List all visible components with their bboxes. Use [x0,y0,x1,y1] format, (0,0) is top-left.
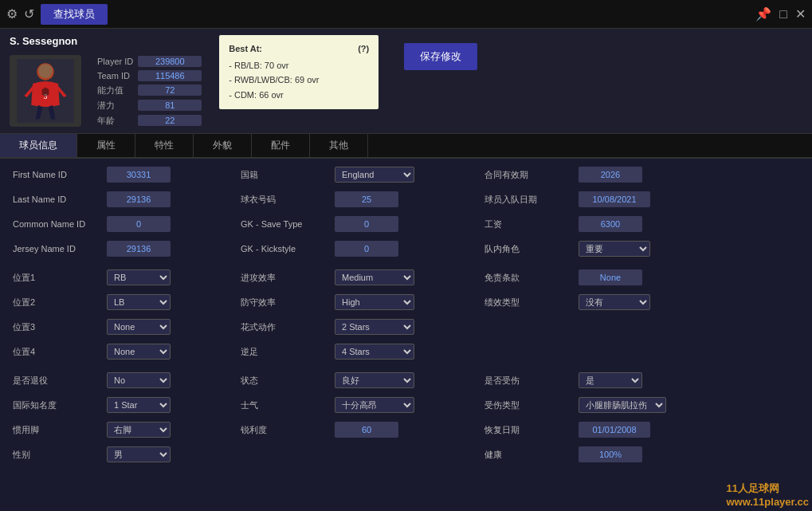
skills-select[interactable]: 1 Star2 Stars3 Stars [335,319,414,335]
release-clause-row: 免责条款 [484,269,799,285]
tab-player-info[interactable]: 球员信息 [0,134,77,157]
gk-save-input[interactable] [335,216,398,232]
wage-label: 工资 [484,218,572,230]
first-name-id-input[interactable] [107,167,171,183]
watermark: 11人足球网www.11player.cc [726,482,809,508]
release-clause-input[interactable] [579,269,642,285]
player-id-label: Player ID [97,57,133,66]
position3-select[interactable]: NoneRBLB [107,319,171,335]
player-header: S. Sessegnon 3 [0,29,812,134]
join-date-label: 球员入队日期 [484,194,572,206]
release-section: 免责条款 绩效类型 没有进球助攻 [484,269,799,364]
weak-foot-select[interactable]: 1 Star2 Stars3 Stars4 Stars [335,344,414,360]
last-name-id-label: Last Name ID [13,195,100,204]
form-area: First Name ID Last Name ID Common Name I… [0,159,812,511]
preferred-foot-select[interactable]: 右脚左脚 [107,422,171,438]
best-at-box: Best At: (?) - RB/LB: 70 ovr - RWB/LWB/C… [219,35,379,109]
common-name-id-row: Common Name ID [13,216,228,232]
tab-other[interactable]: 其他 [310,134,368,157]
common-name-id-label: Common Name ID [13,219,100,229]
position4-select[interactable]: NoneRBLB [107,344,171,360]
nationality-row: 国籍 EnglandFranceBrazil [241,167,472,183]
injured-row: 是否受伤 是否 [484,372,799,388]
defense-rate-label: 防守效率 [241,297,328,309]
morale-label: 士气 [241,399,328,411]
injury-section: 是否受伤 是否 受伤类型 小腿腓肠肌拉伤无 恢复日期 健康 [484,372,799,467]
rates-section: 进攻效率 LowMediumHigh 防守效率 LowMediumHigh 花式… [241,269,472,364]
condition-row: 状态 良好一般差 [241,372,472,388]
close-icon[interactable]: ✕ [795,6,806,22]
contract-end-label: 合同有效期 [484,169,572,181]
last-name-id-input[interactable] [107,191,171,207]
retired-select[interactable]: NoYes [107,372,171,388]
morale-row: 士气 十分高昂高昂一般 [241,397,472,413]
attack-rate-select[interactable]: LowMediumHigh [335,269,414,285]
position3-label: 位置3 [13,321,100,333]
tab-traits[interactable]: 特性 [135,134,194,157]
gk-kick-label: GK - Kickstyle [241,244,328,254]
sharpness-row: 锐利度 [241,422,472,438]
tab-accessories[interactable]: 配件 [252,134,310,157]
main-content: S. Sessegnon 3 [0,29,812,511]
skills-label: 花式动作 [241,321,328,333]
refresh-icon[interactable]: ↺ [24,6,34,22]
position2-row: 位置2 LBRBCBNone [13,294,228,310]
role-row: 队内角色 重要主力替补 [484,241,799,257]
recovery-date-input[interactable] [579,422,650,438]
common-name-id-input[interactable] [107,216,171,232]
position4-label: 位置4 [13,346,100,358]
position2-select[interactable]: LBRBCBNone [107,294,171,310]
health-input[interactable] [579,446,642,462]
tab-appearance[interactable]: 外貌 [194,134,252,157]
jersey-name-id-input[interactable] [107,241,171,257]
sharpness-input[interactable] [335,422,398,438]
weak-foot-label: 逆足 [241,346,328,358]
recovery-date-label: 恢复日期 [484,424,572,436]
minimize-icon[interactable]: □ [779,7,787,22]
age-label: 年龄 [97,115,133,127]
tab-attributes[interactable]: 属性 [77,134,135,157]
sharpness-label: 锐利度 [241,424,328,436]
shirt-number-label: 球衣号码 [241,194,328,206]
attack-rate-row: 进攻效率 LowMediumHigh [241,269,472,285]
weak-foot-row: 逆足 1 Star2 Stars3 Stars4 Stars [241,344,472,360]
defense-rate-select[interactable]: LowMediumHigh [335,294,414,310]
save-button[interactable]: 保存修改 [404,43,477,70]
retired-row: 是否退役 NoYes [13,372,228,388]
title-bar: ⚙ ↺ 查找球员 📌 □ ✕ [0,0,812,29]
position1-select[interactable]: RBLBCBNone [107,269,171,285]
potential-value: 81 [138,100,202,111]
preferred-foot-row: 惯用脚 右脚左脚 [13,422,228,438]
international-fame-select[interactable]: 1 Star2 Stars3 Stars [107,397,171,413]
position3-row: 位置3 NoneRBLB [13,319,228,335]
shirt-number-input[interactable] [335,191,398,207]
best-at-hint[interactable]: (?) [358,41,369,57]
health-row: 健康 [484,446,799,462]
role-select[interactable]: 重要主力替补 [579,241,650,257]
contract-end-row: 合同有效期 [484,167,799,183]
condition-select[interactable]: 良好一般差 [335,372,414,388]
name-ids-section: First Name ID Last Name ID Common Name I… [13,167,228,261]
preferred-foot-label: 惯用脚 [13,424,100,436]
jersey-name-id-row: Jersey Name ID [13,241,228,257]
best-at-line1: - RB/LB: 70 ovr [229,58,369,73]
contract-end-input[interactable] [579,167,642,183]
tool-icon[interactable]: ⚙ [6,6,18,22]
potential-label: 潜力 [97,100,133,112]
gender-select[interactable]: 男女 [107,446,171,462]
attack-rate-label: 进攻效率 [241,272,328,284]
injury-type-select[interactable]: 小腿腓肠肌拉伤无 [579,397,666,413]
bonus-type-select[interactable]: 没有进球助攻 [579,294,650,310]
window-controls: 📌 □ ✕ [755,6,806,22]
injured-select[interactable]: 是否 [579,372,642,388]
gk-kick-input[interactable] [335,241,398,257]
best-at-title: Best At: [229,41,262,57]
nationality-select[interactable]: EnglandFranceBrazil [335,167,414,183]
skills-row: 花式动作 1 Star2 Stars3 Stars [241,319,472,335]
ability-label: 能力值 [97,85,133,96]
join-date-input[interactable] [579,191,650,207]
wage-input[interactable] [579,216,642,232]
morale-select[interactable]: 十分高昂高昂一般 [335,397,414,413]
pin-icon[interactable]: 📌 [755,6,771,22]
find-player-button[interactable]: 查找球员 [41,4,108,25]
